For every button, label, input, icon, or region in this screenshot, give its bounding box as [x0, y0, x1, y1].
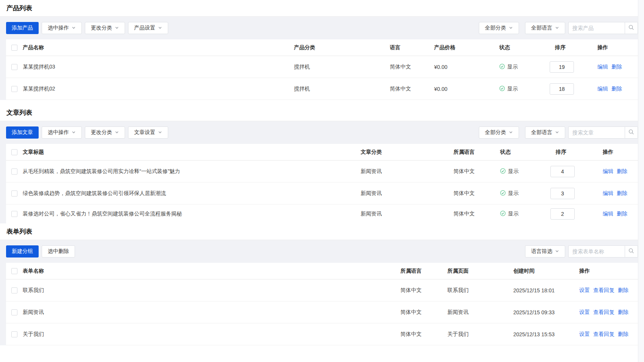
delete-selected-button[interactable]: 选中删除 [42, 245, 75, 257]
table-row: 绿色装修成趋势，鼎筑空间建筑装修公司引领环保人居新潮流 新闻资讯 简体中文 显示… [6, 183, 638, 204]
add-article-button[interactable]: 添加文章 [6, 126, 39, 139]
table-row: 从毛坯到精装，鼎筑空间建筑装修公司用实力诠释“一站式装修”魅力 新闻资讯 简体中… [6, 161, 638, 183]
delete-link[interactable]: 删除 [618, 331, 628, 337]
delete-link[interactable]: 删除 [617, 211, 627, 217]
search-button[interactable] [625, 22, 638, 34]
form-language: 简体中文 [400, 309, 447, 316]
selected-operation-dropdown[interactable]: 选中操作 [42, 22, 82, 34]
articles-table-header: 文章标题 文章分类 所属语言 状态 排序 操作 [6, 144, 638, 161]
settings-link[interactable]: 设置 [579, 331, 590, 337]
col-page: 所属页面 [447, 268, 513, 275]
forms-zone: 新建分组 选中删除 语言筛选 表单名称 所属语言 所属页面 创建时间 操作 [0, 240, 644, 345]
col-product-category: 产品分类 [294, 44, 390, 51]
chevron-down-icon [72, 130, 76, 136]
sort-input[interactable] [550, 188, 575, 199]
table-row: 关于我们 简体中文 关于我们 2025/12/13 15:53 设置查看回复删除 [6, 323, 638, 345]
change-category-dropdown[interactable]: 更改分类 [85, 126, 125, 139]
delete-link[interactable]: 删除 [617, 168, 627, 174]
article-category: 新闻资讯 [361, 190, 453, 197]
edit-link[interactable]: 编辑 [597, 86, 608, 92]
filter-label: 全部语言 [531, 25, 552, 31]
all-languages-filter[interactable]: 全部语言 [525, 126, 565, 139]
edit-link[interactable]: 编辑 [597, 64, 608, 70]
change-category-dropdown[interactable]: 更改分类 [85, 22, 125, 34]
table-row: 新闻资讯 简体中文 新闻资讯 2025/12/15 09:33 设置查看回复删除 [6, 301, 638, 323]
delete-link[interactable]: 删除 [611, 64, 622, 70]
row-checkbox[interactable] [11, 211, 17, 217]
form-name: 联系我们 [23, 287, 400, 294]
product-language: 简体中文 [390, 64, 434, 70]
settings-link[interactable]: 设置 [579, 309, 590, 315]
all-categories-filter[interactable]: 全部分类 [479, 126, 519, 139]
search-article-input[interactable] [568, 126, 625, 139]
row-checkbox[interactable] [11, 169, 17, 175]
row-checkbox[interactable] [11, 64, 17, 70]
row-checkbox[interactable] [11, 190, 17, 197]
settings-link[interactable]: 设置 [579, 287, 590, 293]
form-language: 简体中文 [400, 287, 447, 294]
edit-link[interactable]: 编辑 [603, 211, 613, 217]
table-row: 某某搅拌机03 搅拌机 简体中文 ¥0.00 显示 编辑删除 [6, 56, 638, 78]
scrollbar-track[interactable] [638, 0, 644, 362]
delete-link[interactable]: 删除 [611, 86, 622, 92]
select-all-checkbox[interactable] [11, 268, 17, 274]
page-title: 文章列表 [6, 108, 32, 117]
product-settings-dropdown[interactable]: 产品设置 [128, 22, 168, 34]
search-button[interactable] [625, 245, 638, 257]
status-text: 显示 [508, 211, 519, 217]
search-icon [628, 248, 635, 255]
new-group-button[interactable]: 新建分组 [6, 245, 39, 257]
row-checkbox[interactable] [11, 287, 17, 293]
edit-link[interactable]: 编辑 [603, 168, 613, 174]
articles-toolbar: 添加文章 选中操作 更改分类 文章设置 全部分类 全部语言 [6, 121, 638, 144]
view-replies-link[interactable]: 查看回复 [593, 309, 614, 315]
view-replies-link[interactable]: 查看回复 [593, 331, 614, 337]
chevron-down-icon [158, 25, 162, 31]
select-all-checkbox[interactable] [11, 149, 17, 155]
selected-operation-dropdown[interactable]: 选中操作 [42, 126, 82, 139]
sort-input[interactable] [550, 83, 574, 95]
col-product-price: 产品价格 [434, 44, 499, 51]
search-product-input[interactable] [568, 22, 625, 34]
form-page: 新闻资讯 [447, 309, 513, 316]
delete-link[interactable]: 删除 [618, 287, 628, 293]
sort-input[interactable] [550, 166, 575, 177]
forms-toolbar: 新建分组 选中删除 语言筛选 [6, 240, 638, 263]
all-categories-filter[interactable]: 全部分类 [479, 22, 519, 34]
products-section-header: 产品列表 [0, 0, 644, 17]
article-title: 装修选对公司，省心又省力！鼎筑空间建筑装修公司全流程服务揭秘 [23, 211, 361, 217]
view-replies-link[interactable]: 查看回复 [593, 287, 614, 293]
check-circle-icon [500, 190, 506, 197]
search-button[interactable] [625, 126, 638, 139]
status-text: 显示 [508, 190, 519, 197]
article-title: 从毛坯到精装，鼎筑空间建筑装修公司用实力诠释“一站式装修”魅力 [23, 168, 361, 175]
article-settings-dropdown[interactable]: 文章设置 [128, 126, 168, 139]
form-page: 联系我们 [447, 287, 513, 294]
all-languages-filter[interactable]: 全部语言 [525, 22, 565, 34]
sort-input[interactable] [550, 61, 574, 73]
language-filter[interactable]: 语言筛选 [525, 245, 565, 257]
check-circle-icon [499, 86, 505, 92]
row-checkbox[interactable] [11, 331, 17, 337]
sort-input[interactable] [550, 208, 575, 220]
add-product-button[interactable]: 添加产品 [6, 22, 39, 34]
edit-link[interactable]: 编辑 [603, 190, 613, 196]
product-category: 搅拌机 [294, 86, 390, 92]
filter-label: 全部分类 [485, 129, 506, 136]
delete-link[interactable]: 删除 [617, 190, 627, 196]
chevron-down-icon [555, 130, 559, 136]
article-category: 新闻资讯 [361, 168, 453, 175]
row-checkbox[interactable] [11, 86, 17, 92]
delete-link[interactable]: 删除 [618, 309, 628, 315]
chevron-down-icon [555, 248, 559, 254]
col-sort: 排序 [547, 44, 597, 51]
row-checkbox[interactable] [11, 309, 17, 315]
search-form-input[interactable] [568, 245, 625, 257]
col-language: 所属语言 [400, 268, 447, 275]
select-all-checkbox[interactable] [11, 45, 17, 51]
form-language: 简体中文 [400, 331, 447, 338]
check-circle-icon [499, 64, 505, 70]
dropdown-label: 选中操作 [48, 129, 69, 136]
products-table: 产品名称 产品分类 语言 产品价格 状态 排序 操作 某某搅拌机03 搅拌机 简… [6, 39, 638, 100]
status-text: 显示 [507, 86, 518, 92]
